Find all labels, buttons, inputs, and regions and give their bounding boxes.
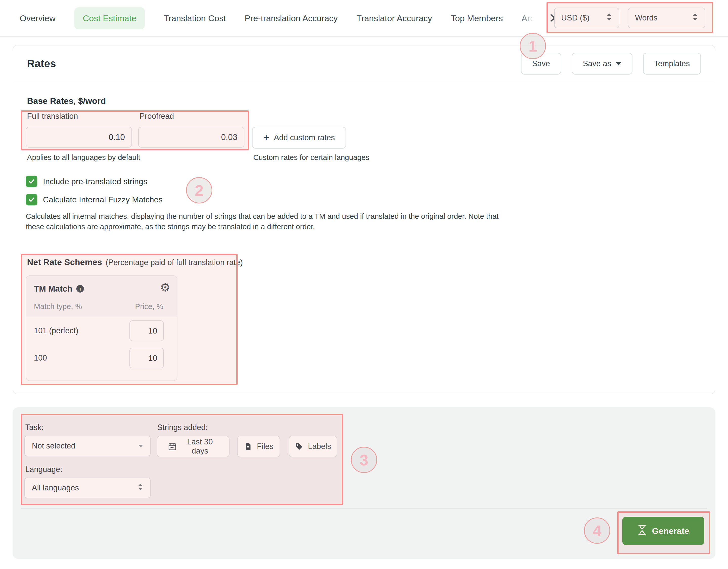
fuzzy-description: Calculates all internal matches, display…	[26, 211, 516, 232]
info-icon[interactable]: i	[76, 285, 84, 292]
internal-fuzzy-label: Calculate Internal Fuzzy Matches	[43, 195, 163, 205]
currency-select-value: USD ($)	[561, 13, 589, 23]
tab-overview[interactable]: Overview	[20, 13, 56, 23]
report-settings: USD ($) Words	[554, 8, 705, 28]
tm-match-card-header: TM Match i ⚙ Match type, % Price, %	[26, 276, 177, 317]
templates-button-label: Templates	[654, 59, 690, 68]
date-range-filter-button[interactable]: Last 30 days	[157, 436, 230, 457]
calendar-icon	[168, 442, 177, 451]
include-pretranslated-label: Include pre-translated strings	[43, 177, 147, 186]
divider	[21, 508, 707, 509]
updown-arrows-icon	[692, 13, 698, 23]
plus-icon: +	[263, 132, 269, 143]
default-rates-note: Applies to all languages by default	[27, 153, 140, 162]
full-translation-input[interactable]	[26, 127, 132, 148]
labels-filter-label: Labels	[308, 442, 331, 451]
units-select[interactable]: Words	[628, 8, 705, 28]
units-select-value: Words	[635, 13, 657, 23]
tm-match-title: TM Match	[34, 284, 72, 293]
proofread-label: Proofread	[140, 112, 174, 121]
tab-top-members[interactable]: Top Members	[451, 13, 503, 23]
language-select-value: All languages	[32, 483, 79, 492]
task-select-value: Not selected	[32, 441, 75, 450]
include-pretranslated-option: Include pre-translated strings	[26, 176, 147, 187]
custom-rates-note: Custom rates for certain languages	[253, 153, 369, 162]
table-row: 100	[34, 348, 164, 368]
net-rate-schemes-subtitle: (Percentage paid of full translation rat…	[106, 258, 243, 267]
page-title: Rates	[27, 58, 56, 70]
save-as-button[interactable]: Save as	[572, 53, 632, 75]
checkbox-checked-icon[interactable]	[26, 194, 37, 206]
full-translation-label: Full translation	[27, 112, 78, 121]
updown-arrows-icon	[606, 13, 612, 23]
net-rate-schemes-title: Net Rate Schemes	[27, 257, 102, 267]
file-icon	[244, 442, 252, 451]
generate-button-label: Generate	[652, 526, 689, 536]
rates-card-header: Rates Save Save as Templates	[13, 46, 715, 82]
match-type-label: 100	[34, 353, 47, 362]
tab-cost-estimate[interactable]: Cost Estimate	[74, 7, 145, 29]
tab-translator-accuracy[interactable]: Translator Accuracy	[356, 13, 432, 23]
files-filter-label: Files	[257, 442, 273, 451]
internal-fuzzy-option: Calculate Internal Fuzzy Matches	[26, 194, 163, 206]
tag-icon	[295, 442, 303, 451]
task-select[interactable]: Not selected	[24, 436, 151, 456]
generate-button[interactable]: Generate	[622, 517, 704, 545]
match-type-label: 101 (perfect)	[34, 326, 78, 335]
language-label: Language:	[25, 465, 62, 474]
currency-select[interactable]: USD ($)	[554, 8, 619, 28]
tab-truncated[interactable]: Arc	[521, 13, 534, 23]
updown-arrows-icon	[138, 483, 143, 493]
templates-button[interactable]: Templates	[643, 53, 701, 75]
save-button[interactable]: Save	[521, 53, 561, 75]
add-custom-rates-button[interactable]: + Add custom rates	[252, 127, 346, 149]
save-button-label: Save	[532, 59, 550, 68]
match-101-price-input[interactable]	[129, 320, 164, 341]
match-type-column-header: Match type, %	[34, 302, 82, 311]
hourglass-icon	[637, 525, 647, 537]
tab-pre-translation-accuracy[interactable]: Pre-translation Accuracy	[245, 13, 338, 23]
match-100-price-input[interactable]	[129, 348, 164, 368]
task-label: Task:	[25, 423, 43, 432]
checkbox-checked-icon[interactable]	[26, 176, 37, 187]
files-filter-button[interactable]: Files	[237, 436, 280, 457]
date-range-filter-label: Last 30 days	[181, 437, 218, 455]
strings-added-label: Strings added:	[157, 423, 208, 432]
gear-icon[interactable]: ⚙	[160, 282, 170, 293]
rates-actions: Save Save as Templates	[521, 53, 701, 75]
price-column-header: Price, %	[135, 302, 163, 311]
tab-translation-cost[interactable]: Translation Cost	[164, 13, 226, 23]
net-rate-schemes-heading: Net Rate Schemes (Percentage paid of ful…	[27, 257, 243, 267]
proofread-input[interactable]	[138, 127, 244, 148]
labels-filter-button[interactable]: Labels	[289, 436, 337, 457]
caret-down-icon	[139, 445, 143, 447]
table-row: 101 (perfect)	[34, 320, 164, 341]
add-custom-rates-label: Add custom rates	[274, 133, 335, 142]
rates-card: Rates Save Save as Templates Base Rates,…	[13, 45, 715, 394]
language-select[interactable]: All languages	[24, 477, 151, 498]
estimate-generator-panel: Task: Not selected Strings added: Last 3…	[13, 407, 715, 559]
base-rates-heading: Base Rates, $/word	[27, 96, 106, 106]
save-as-button-label: Save as	[583, 59, 611, 68]
tm-match-card: TM Match i ⚙ Match type, % Price, % 101 …	[26, 276, 177, 381]
caret-down-icon	[616, 62, 621, 65]
